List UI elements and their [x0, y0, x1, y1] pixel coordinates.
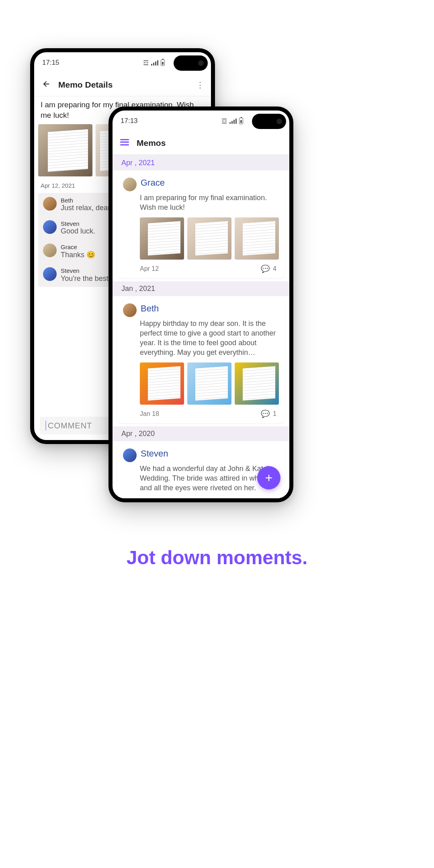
text-cursor — [45, 421, 46, 430]
memo-card[interactable]: Grace I am preparing for my final examin… — [117, 173, 285, 278]
overflow-menu-button[interactable]: ⋮ — [194, 80, 206, 90]
comment-author: Beth — [61, 197, 110, 204]
status-time: 17:13 — [121, 117, 138, 125]
month-header: Jan , 2021 — [113, 281, 289, 296]
avatar[interactable] — [123, 303, 137, 317]
comment-count: 1 — [273, 410, 276, 418]
avatar[interactable] — [43, 197, 57, 211]
app-bar: Memos — [113, 131, 289, 155]
comment-icon: 💬 — [261, 264, 270, 273]
signal-icon — [151, 60, 158, 66]
month-header: Apr , 2020 — [113, 426, 289, 441]
month-header: Apr , 2021 — [113, 156, 289, 170]
memo-image-row — [121, 215, 281, 261]
memo-card[interactable]: Beth Happy birthday to my dear son. It i… — [117, 299, 285, 423]
memo-image[interactable] — [38, 124, 92, 176]
memo-image[interactable] — [140, 362, 184, 405]
avatar[interactable] — [43, 220, 57, 234]
screen-front: 17:13 ☲ Memos Apr , 2021 Grace I am prep… — [113, 111, 289, 498]
status-time: 17:15 — [42, 59, 59, 67]
comment-icon: 💬 — [261, 409, 270, 418]
comment-text: Thanks 😊 — [61, 250, 95, 259]
avatar[interactable] — [43, 244, 57, 257]
memo-body: Happy birthday to my dear son. It is the… — [121, 317, 281, 360]
back-button[interactable] — [39, 80, 53, 90]
memo-image[interactable] — [140, 217, 184, 260]
avatar[interactable] — [123, 178, 137, 191]
memo-image[interactable] — [235, 362, 279, 405]
memo-date: Apr 12 — [140, 265, 159, 272]
memo-body: I am preparing for my final examination.… — [121, 191, 281, 215]
hamburger-icon — [120, 139, 129, 145]
page-title: Memo Details — [58, 80, 194, 90]
memo-author: Beth — [141, 303, 159, 317]
memo-image[interactable] — [235, 217, 279, 260]
memo-author: Steven — [141, 448, 168, 462]
plus-icon: + — [265, 471, 273, 485]
battery-icon — [239, 118, 243, 124]
comment-text: Good luck. — [61, 227, 95, 235]
memo-image[interactable] — [187, 217, 231, 260]
memo-image-row — [121, 360, 281, 406]
app-bar: Memo Details ⋮ — [34, 73, 211, 96]
tagline: Jot down moments. — [0, 547, 434, 569]
avatar[interactable] — [43, 267, 57, 281]
comment-text: Just relax, dear — [61, 204, 110, 212]
arrow-back-icon — [42, 80, 51, 88]
camera-notch — [252, 114, 286, 129]
menu-button[interactable] — [117, 139, 132, 147]
wifi-icon: ☲ — [143, 59, 149, 67]
page-title: Memos — [137, 138, 285, 148]
avatar[interactable] — [123, 448, 137, 462]
signal-icon — [229, 118, 237, 124]
camera-notch — [174, 55, 208, 71]
memo-author: Grace — [141, 178, 165, 191]
memo-date: Jan 18 — [140, 410, 159, 418]
comment-author: Grace — [61, 244, 95, 250]
battery-icon — [161, 59, 165, 66]
comment-placeholder: COMMENT — [48, 421, 92, 430]
memo-image[interactable] — [187, 362, 231, 405]
comment-author: Steven — [61, 220, 95, 227]
add-memo-fab[interactable]: + — [257, 466, 280, 489]
comment-count: 4 — [273, 265, 276, 272]
wifi-icon: ☲ — [221, 117, 227, 125]
memos-list[interactable]: Apr , 2021 Grace I am preparing for my f… — [113, 156, 289, 498]
phone-front: 17:13 ☲ Memos Apr , 2021 Grace I am prep… — [108, 106, 293, 502]
